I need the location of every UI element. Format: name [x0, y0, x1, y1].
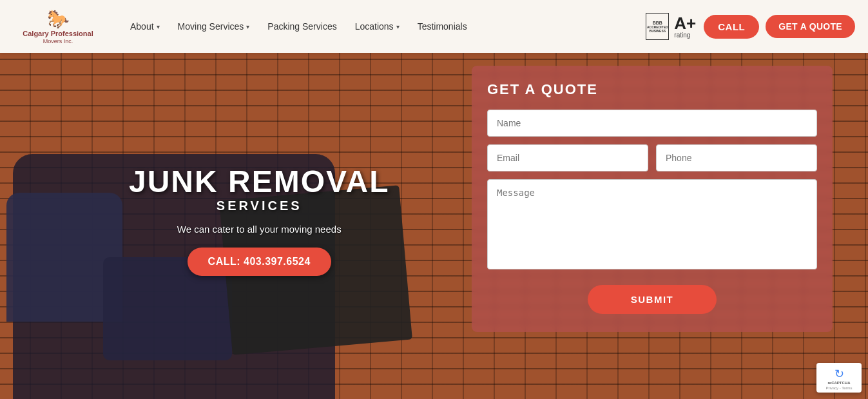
nav-label-testimonials: Testimonials: [418, 21, 467, 32]
main-nav: About ▾ Moving Services ▾ Packing Servic…: [122, 16, 646, 37]
hero-title-line2: SERVICES: [129, 199, 389, 213]
logo[interactable]: 🐎 Calgary Professional Movers Inc.: [13, 8, 103, 44]
recaptcha-links[interactable]: Privacy - Terms: [820, 386, 858, 390]
logo-text-line1: Calgary Professional: [23, 30, 93, 38]
email-phone-row: [487, 144, 817, 171]
name-field-row: [487, 110, 817, 137]
submit-button[interactable]: SUBMIT: [588, 285, 717, 314]
message-textarea[interactable]: [487, 179, 817, 269]
nav-item-testimonials[interactable]: Testimonials: [410, 16, 475, 37]
phone-input[interactable]: [656, 144, 817, 171]
bbb-business: BUSINESS: [650, 29, 666, 33]
a-plus-rating: A+ rating: [674, 15, 696, 39]
recaptcha-badge: ↻ reCAPTCHA Privacy - Terms: [816, 363, 862, 393]
bbb-logo: BBB ACCREDITED BUSINESS: [646, 13, 669, 40]
email-input[interactable]: [487, 144, 648, 171]
recaptcha-icon: ↻: [820, 367, 858, 381]
header: 🐎 Calgary Professional Movers Inc. About…: [0, 0, 868, 53]
nav-item-moving-services[interactable]: Moving Services ▾: [170, 16, 258, 37]
bbb-badge: BBB ACCREDITED BUSINESS A+ rating: [646, 13, 696, 40]
nav-label-packing-services: Packing Services: [267, 21, 336, 32]
call-button[interactable]: CALL: [704, 15, 759, 39]
hero-title-line1: JUNK REMOVAL: [129, 164, 389, 199]
hero-section: JUNK REMOVAL SERVICES We can cater to al…: [0, 53, 868, 399]
chevron-down-icon: ▾: [157, 23, 160, 30]
nav-item-packing-services[interactable]: Packing Services: [260, 16, 344, 37]
name-input[interactable]: [487, 110, 817, 137]
logo-text-line2: Movers Inc.: [43, 38, 73, 44]
logo-icon: 🐎: [47, 8, 70, 30]
quote-form-title: GET A QUOTE: [487, 81, 817, 98]
recaptcha-text: reCAPTCHA: [820, 381, 858, 385]
nav-label-moving-services: Moving Services: [178, 21, 244, 32]
chevron-down-icon: ▾: [246, 23, 249, 30]
hero-description: We can cater to all your moving needs: [129, 224, 389, 235]
nav-label-about: About: [130, 21, 154, 32]
get-quote-button[interactable]: GET A QUOTE: [766, 15, 855, 38]
chevron-down-icon: ▾: [396, 23, 400, 30]
message-field-row: [487, 179, 817, 272]
a-plus-text: A+: [674, 15, 696, 32]
quote-panel: GET A QUOTE SUBMIT: [472, 66, 833, 332]
bbb-text: BBB: [653, 21, 662, 25]
nav-item-about[interactable]: About ▾: [122, 16, 168, 37]
nav-label-locations: Locations: [355, 21, 394, 32]
hero-content: JUNK REMOVAL SERVICES We can cater to al…: [129, 164, 389, 276]
nav-item-locations[interactable]: Locations ▾: [347, 16, 407, 37]
hero-call-button[interactable]: CALL: 403.397.6524: [188, 248, 331, 276]
